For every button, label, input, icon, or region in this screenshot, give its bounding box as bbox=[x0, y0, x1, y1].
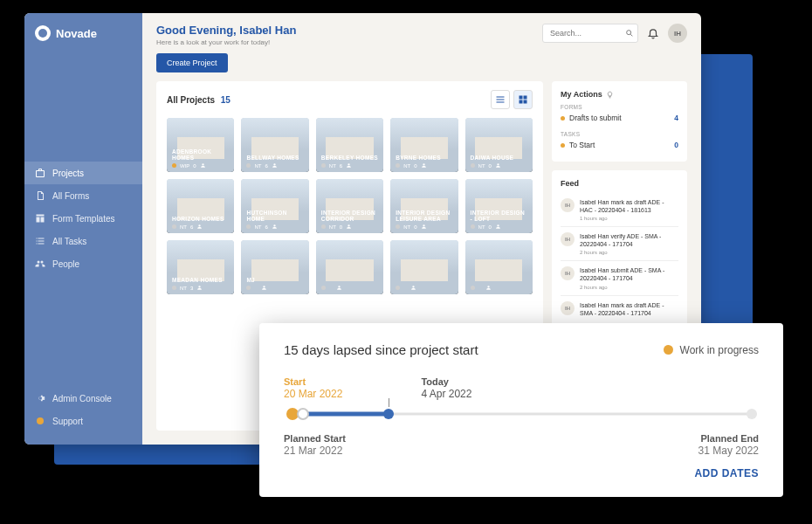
feed-text: Isabel Han mark as draft ADE - SMA - 202… bbox=[580, 301, 678, 317]
planned-start-date: 21 Mar 2022 bbox=[284, 445, 346, 457]
timeline-title: 15 days lapsed since project start bbox=[284, 342, 478, 357]
project-stats: NT 3 bbox=[172, 285, 229, 291]
project-stats: WIP 0 bbox=[172, 162, 229, 169]
project-name: INTERIOR DESIGN - LOFT bbox=[471, 210, 527, 222]
project-card[interactable]: BERKELEY HOMES NT 6 bbox=[316, 118, 383, 172]
project-stats: NT 0 bbox=[471, 224, 527, 230]
feed-avatar: IH bbox=[561, 301, 575, 315]
timeline-status: Work in progress bbox=[664, 344, 759, 356]
project-card[interactable]: MJ bbox=[241, 240, 308, 294]
project-people-count: 0 bbox=[340, 224, 342, 230]
person-icon bbox=[346, 162, 352, 169]
action-row[interactable]: To Start0 bbox=[561, 137, 678, 153]
sidebar-item-all-tasks[interactable]: All Tasks bbox=[24, 230, 142, 252]
project-card[interactable] bbox=[465, 240, 533, 294]
project-status: NT bbox=[478, 163, 485, 169]
timeline-start-date: 20 Mar 2022 bbox=[284, 388, 342, 400]
sidebar-item-people[interactable]: People bbox=[24, 252, 142, 275]
grid-view-button[interactable] bbox=[513, 90, 533, 109]
project-stats: NT 0 bbox=[321, 224, 378, 230]
brand-logo[interactable]: Novade bbox=[24, 25, 142, 57]
project-status: WIP bbox=[180, 163, 189, 169]
timeline-today-marker: Today 4 Apr 2022 bbox=[421, 376, 471, 400]
timeline-end-knob[interactable] bbox=[747, 409, 757, 419]
project-name: INTERIOR DESIGN CORRIDOR bbox=[321, 210, 378, 222]
project-name: MJ bbox=[246, 277, 303, 283]
planned-end-label: Planned End bbox=[698, 433, 759, 444]
timeline-start-label: Start bbox=[284, 376, 342, 387]
project-card[interactable]: BYRNE HOMES NT 0 bbox=[390, 118, 458, 172]
sidebar-item-label: Admin Console bbox=[52, 394, 112, 403]
feed-time: 1 hours ago bbox=[580, 216, 678, 221]
feed-avatar: IH bbox=[561, 232, 575, 246]
person-icon bbox=[410, 285, 416, 291]
sidebar-item-label: Form Templates bbox=[52, 214, 115, 224]
project-people-count: 0 bbox=[489, 163, 492, 169]
support-icon bbox=[35, 416, 45, 426]
feed-item[interactable]: IHIsabel Han mark as draft ADE - HAC - 2… bbox=[561, 193, 678, 226]
project-card[interactable]: BELLWAY HOMES NT 6 bbox=[241, 118, 308, 172]
project-card[interactable]: ADENBROOK HOMES WIP 0 bbox=[167, 118, 234, 172]
sidebar-item-admin-console[interactable]: Admin Console bbox=[24, 387, 142, 410]
timeline-planned-start-knob[interactable] bbox=[297, 408, 309, 420]
project-name: BERKELEY HOMES bbox=[321, 155, 378, 161]
sidebar-item-label: All Forms bbox=[52, 191, 89, 201]
planned-end-date: 31 May 2022 bbox=[698, 445, 759, 457]
sidebar-item-label: People bbox=[52, 259, 79, 269]
timeline-today-knob[interactable] bbox=[383, 409, 394, 419]
planned-end-block: Planned End 31 May 2022 bbox=[698, 433, 759, 457]
status-dot-icon bbox=[396, 224, 400, 229]
timeline-bar[interactable] bbox=[284, 405, 759, 423]
project-people-count: 3 bbox=[190, 286, 193, 291]
action-row[interactable]: Drafts to submit4 bbox=[561, 110, 678, 126]
project-card[interactable]: HORIZON HOMES NT 6 bbox=[167, 179, 234, 233]
planned-start-label: Planned Start bbox=[284, 433, 346, 444]
project-status: NT bbox=[254, 224, 261, 230]
project-card[interactable]: DAIWA HOUSE NT 0 bbox=[465, 118, 533, 172]
person-icon bbox=[272, 162, 278, 169]
project-name: HORIZON HOMES bbox=[172, 216, 229, 222]
sidebar-item-label: Support bbox=[52, 417, 83, 426]
sidebar-item-all-forms[interactable]: All Forms bbox=[24, 184, 142, 207]
planned-start-block: Planned Start 21 Mar 2022 bbox=[284, 433, 346, 457]
sidebar-item-projects[interactable]: Projects bbox=[24, 162, 142, 184]
project-card[interactable]: HUTCHINSON HOME NT 6 bbox=[241, 179, 308, 233]
project-card[interactable]: INTERIOR DESIGN - LOFT NT 0 bbox=[465, 179, 533, 233]
project-card[interactable] bbox=[316, 240, 383, 294]
timeline-today-date: 4 Apr 2022 bbox=[421, 388, 471, 400]
feed-item[interactable]: IHIsabel Han mark as draft ADE - SMA - 2… bbox=[561, 295, 678, 324]
sidebar-item-form-templates[interactable]: Form Templates bbox=[24, 207, 142, 230]
sidebar-item-label: All Tasks bbox=[52, 237, 86, 246]
project-stats bbox=[471, 285, 527, 291]
project-stats: NT 6 bbox=[321, 162, 378, 169]
add-dates-button[interactable]: ADD DATES bbox=[284, 467, 759, 479]
project-stats: NT 0 bbox=[471, 162, 527, 169]
sidebar-item-support[interactable]: Support bbox=[24, 410, 142, 432]
feed-item[interactable]: IHIsabel Han submit ADE - SMA - 20220404… bbox=[561, 260, 678, 294]
project-status: NT bbox=[180, 286, 187, 291]
bell-icon[interactable] bbox=[647, 27, 659, 39]
feed-time: 2 hours ago bbox=[580, 285, 678, 290]
actions-section-heading: TASKS bbox=[561, 131, 678, 137]
my-actions-title: My Actions bbox=[561, 90, 678, 99]
project-card[interactable]: MEADAN HOMES NT 3 bbox=[167, 240, 234, 294]
person-icon bbox=[336, 285, 342, 291]
project-stats bbox=[246, 285, 303, 291]
project-card[interactable]: INTERIOR DESIGN CORRIDOR NT 0 bbox=[316, 179, 383, 233]
status-dot-icon bbox=[396, 286, 400, 290]
person-icon bbox=[200, 162, 206, 169]
project-people-count: 0 bbox=[489, 224, 492, 230]
project-people-count: 6 bbox=[265, 163, 267, 169]
search-input[interactable] bbox=[542, 24, 638, 43]
feed-text: Isabel Han mark as draft ADE - HAC - 202… bbox=[580, 198, 678, 214]
list-view-button[interactable] bbox=[491, 90, 510, 109]
project-card[interactable]: INTERIOR DESIGN LEISURE AREA NT 0 bbox=[390, 179, 458, 233]
feed-item[interactable]: IHIsabel Han verify ADE - SMA - 20220404… bbox=[561, 226, 678, 260]
project-name: INTERIOR DESIGN LEISURE AREA bbox=[396, 210, 452, 222]
project-card[interactable] bbox=[390, 240, 458, 294]
person-icon bbox=[346, 224, 352, 230]
avatar[interactable]: IH bbox=[668, 24, 687, 43]
create-project-button[interactable]: Create Project bbox=[156, 53, 228, 72]
project-stats: NT 6 bbox=[246, 224, 303, 230]
bulb-icon bbox=[606, 91, 614, 99]
